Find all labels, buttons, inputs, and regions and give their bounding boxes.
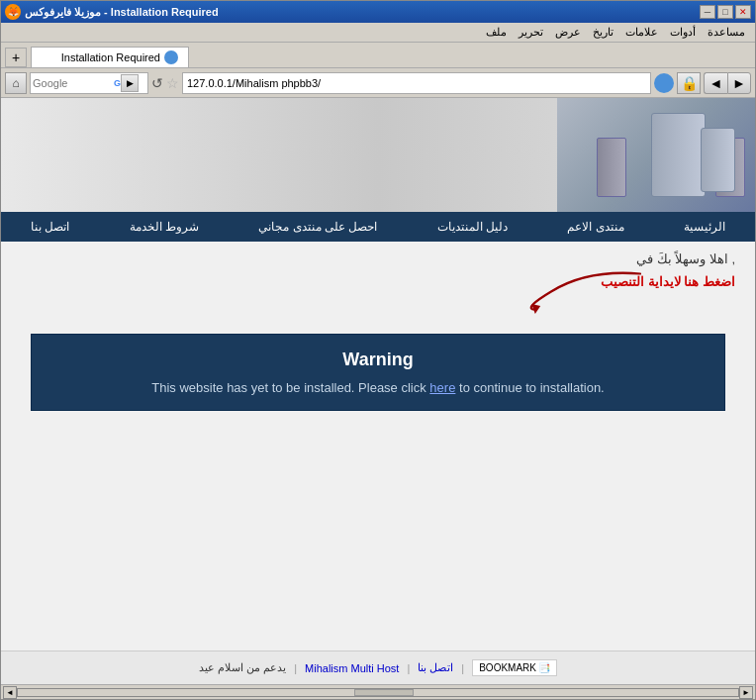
- home-button[interactable]: ⌂: [5, 72, 27, 94]
- welcome-text: , اهلا وسهلاً بكَ في: [21, 251, 735, 266]
- tab-label: Installation Required: [61, 51, 160, 63]
- site-nav: الرئيسية منتدى الاعم دليل المنتديات احصل…: [1, 212, 755, 242]
- back-button[interactable]: ◄: [704, 72, 727, 94]
- nav-free-forum[interactable]: احصل على منتدى مجاني: [248, 215, 387, 239]
- computer-tower-small: [701, 128, 735, 192]
- warning-box: Warning This website has yet to be insta…: [31, 334, 725, 411]
- install-hint[interactable]: اضغط هنا لايداية التنصيب: [601, 274, 735, 289]
- titlebar-buttons: ─ □ ✕: [700, 5, 751, 19]
- footer-sep-3: |: [461, 662, 464, 674]
- red-arrow-annotation: [498, 264, 676, 319]
- scroll-right-button[interactable]: ►: [739, 686, 753, 699]
- tab-favicon: [164, 50, 178, 64]
- menu-file[interactable]: ملف: [480, 24, 513, 41]
- window-title: Installation Required - موزيلا فايرفوكس: [25, 6, 219, 19]
- titlebar: 🦊 Installation Required - موزيلا فايرفوك…: [1, 1, 755, 23]
- menu-edit[interactable]: تحرير: [513, 24, 549, 41]
- security-button[interactable]: 🔒: [677, 72, 701, 94]
- header-image: [557, 98, 755, 212]
- new-tab-button[interactable]: +: [5, 48, 27, 67]
- active-tab[interactable]: Installation Required: [31, 47, 189, 67]
- nav-support[interactable]: منتدى الاعم: [557, 215, 633, 239]
- close-button[interactable]: ✕: [735, 5, 751, 19]
- menu-history[interactable]: تاريخ: [587, 24, 619, 41]
- footer-sep-1: |: [294, 662, 297, 674]
- forward-button[interactable]: ►: [727, 72, 751, 94]
- nav-home[interactable]: الرئيسية: [674, 215, 735, 239]
- firefox-icon: 🦊: [5, 4, 21, 20]
- address-bar[interactable]: [182, 72, 651, 94]
- horizontal-scrollbar: ◄ ►: [1, 684, 755, 699]
- site-header: [1, 98, 755, 212]
- scroll-track[interactable]: [17, 688, 739, 697]
- browser-window: 🦊 Installation Required - موزيلا فايرفوك…: [0, 0, 756, 700]
- site-content: , اهلا وسهلاً بكَ في اضغط هنا لايداية ال…: [1, 242, 755, 650]
- google-logo: G: [114, 78, 121, 88]
- navigate-button[interactable]: [654, 73, 674, 93]
- computer-tower-big: [651, 113, 706, 197]
- search-container: G ▶: [30, 72, 148, 94]
- nav-contact[interactable]: اتصل بنا: [21, 215, 79, 239]
- search-input[interactable]: [33, 77, 112, 89]
- menu-bookmarks[interactable]: علامات: [619, 24, 664, 41]
- tabbar: + Installation Required: [1, 43, 755, 68]
- bookmark-label: BOOKMARK: [479, 662, 536, 673]
- menubar: مساعدة أدوات علامات تاريخ عرض تحرير ملف: [1, 23, 755, 43]
- install-hint-container: اضغط هنا لايداية التنصيب: [21, 274, 735, 324]
- footer-text: يدعم من اسلام عيد: [199, 661, 286, 674]
- search-go-button[interactable]: ▶: [121, 74, 139, 92]
- menu-view[interactable]: عرض: [549, 24, 587, 41]
- warning-here-link[interactable]: here: [429, 380, 455, 395]
- maximize-button[interactable]: □: [717, 5, 733, 19]
- warning-text-after: to continue to installation.: [459, 380, 605, 395]
- warning-text-before: This website has yet to be installed. Pl…: [151, 380, 425, 395]
- warning-message: This website has yet to be installed. Pl…: [51, 380, 705, 395]
- minimize-button[interactable]: ─: [700, 5, 715, 19]
- warning-title: Warning: [51, 350, 705, 370]
- titlebar-left: 🦊 Installation Required - موزيلا فايرفوك…: [5, 4, 219, 20]
- nav-terms[interactable]: شروط الخدمة: [120, 215, 209, 239]
- bookmark-star[interactable]: ☆: [166, 75, 179, 91]
- svg-marker-0: [531, 304, 540, 314]
- scroll-thumb[interactable]: [354, 689, 414, 696]
- menu-tools[interactable]: أدوات: [664, 24, 702, 41]
- footer-link-contact[interactable]: اتصل بنا: [418, 661, 453, 674]
- nav-directory[interactable]: دليل المنتديات: [427, 215, 518, 239]
- address-input[interactable]: [187, 77, 646, 89]
- footer-sep-2: |: [407, 662, 410, 674]
- back-forward-group: ◄ ►: [704, 72, 751, 94]
- bookmark-button[interactable]: 📑 BOOKMARK: [472, 659, 557, 676]
- bookmark-icon: 📑: [538, 662, 550, 673]
- speaker-left: [597, 138, 626, 197]
- navbar: ⌂ G ▶ ↺ ☆ 🔒 ◄ ►: [1, 68, 755, 98]
- refresh-button[interactable]: ↺: [151, 75, 163, 91]
- footer-link-host[interactable]: Mihalism Multi Host: [305, 662, 399, 674]
- content-area: الرئيسية منتدى الاعم دليل المنتديات احصل…: [1, 98, 755, 684]
- site-footer: 📑 BOOKMARK | اتصل بنا | Mihalism Multi H…: [1, 650, 755, 684]
- scroll-left-button[interactable]: ◄: [3, 686, 17, 699]
- menu-help[interactable]: مساعدة: [702, 24, 751, 41]
